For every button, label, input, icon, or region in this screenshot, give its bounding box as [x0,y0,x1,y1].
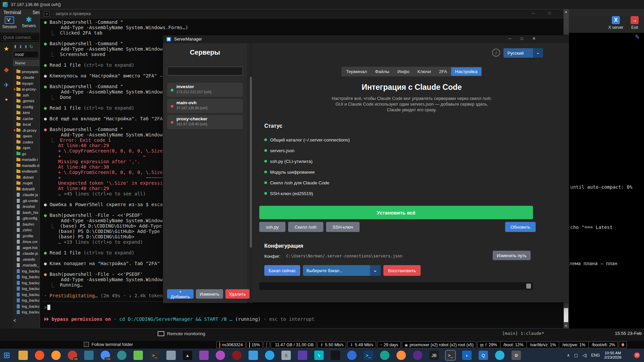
tab-Файлы[interactable]: Файлы [371,67,393,76]
sessions-tab-icon[interactable]: ★ [0,45,13,53]
tray-clock[interactable]: 10:55 AM 2/23/2026 [604,351,621,360]
scroll-down-icon[interactable]: ▼ [564,324,569,327]
log-scrollbar-thumb[interactable] [526,284,531,289]
terminal-maximize-icon[interactable]: □ [544,11,554,15]
file-tree-item[interactable]: .npm [13,145,39,151]
edit-server-button[interactable]: Изменить [196,289,223,299]
taskbar-icon-gear[interactable]: ⚙ [512,351,521,360]
scrollbar-thumb[interactable] [564,308,568,322]
file-tree-item[interactable]: .claude [13,75,39,81]
file-tree-item[interactable]: .claude.js [13,251,39,257]
sftp-tab-icon[interactable]: ✈ [0,81,13,89]
taskbar-icon-app-blue[interactable] [347,351,357,360]
file-tree-item[interactable]: .mariadb_ [13,262,39,268]
taskbar-icon-windows-terminal-active[interactable]: >_ [446,351,455,360]
file-tree-item[interactable]: mariadb-d [13,163,39,169]
file-tree-item[interactable]: myvpn [13,80,39,86]
path-input[interactable] [13,51,39,58]
name-column-header[interactable]: Name [13,60,39,66]
refresh-button[interactable]: Обновить [505,222,536,232]
taskbar-icon-app-steel[interactable] [84,351,94,360]
taskbar-icon-jetbrains[interactable]: JB [429,351,439,360]
file-tree-item[interactable]: .di-proxy [13,127,39,133]
tray-language[interactable]: ENG [591,353,600,358]
file-tree-item[interactable]: .bashrc [13,221,39,227]
install-ssh.py-button[interactable]: ssh.py [259,222,285,232]
notification-badge[interactable]: 32 [634,352,640,358]
upload-icon[interactable]: ⬆ [24,44,28,49]
tab-2FA[interactable]: 2FA [435,67,451,76]
tray-chevron-icon[interactable]: ∧ [567,353,570,358]
tab-Терминал[interactable]: Терминал [342,67,371,76]
taskbar-icon-browser-profile[interactable]: 26 [68,351,77,360]
file-tree-item[interactable]: .ssh [13,92,39,98]
taskbar-icon-up-arrow-app[interactable]: ▲ [183,351,192,360]
taskbar-icon-cloud-app[interactable] [249,351,258,360]
taskbar-icon-app-orange2[interactable] [396,351,406,360]
file-tree-item[interactable]: .dotnet [13,174,39,180]
file-tree-item[interactable]: .gemini [13,98,39,104]
file-tree-item[interactable]: log_backu [13,274,39,280]
tray-display-icon[interactable]: ▢ [574,353,578,358]
file-tree-item[interactable]: proxyapis [13,69,39,75]
backup-select[interactable]: Выберите бэкап... ⌄ [303,265,381,276]
taskbar-icon-lightning-app[interactable]: ϟ [314,351,324,360]
tab-Настройка[interactable]: Настройка [451,67,481,76]
file-tree-item[interactable]: .cache [13,116,39,122]
file-tree-item[interactable]: dotnet9 [13,186,39,192]
taskbar-icon-app-teal-circle[interactable] [117,351,126,360]
pencil-icon[interactable]: ✎ [635,34,640,41]
scroll-left-icon[interactable]: < [13,318,16,323]
file-tree-item[interactable]: log_backu [13,309,39,315]
taskbar-icon-app-purple[interactable] [199,351,209,360]
sm-maximize-icon[interactable]: □ [517,36,527,41]
file-tree-item[interactable]: .qwen [13,133,39,139]
taskbar-icon-app-black[interactable] [331,351,340,360]
backup-now-button[interactable]: Бэкап сейчас [264,265,300,276]
taskbar-icon-notepad[interactable] [133,351,143,360]
checkbox-icon[interactable] [84,342,89,347]
taskbar-icon-docker[interactable]: ◗ [462,351,472,360]
server-card-proxy-checker[interactable]: proxy-checker161.97.118.40 [ssh] [167,115,243,129]
macros-tab-icon[interactable]: ● [0,97,13,102]
terminal-minimize-icon[interactable]: ─ [528,11,538,15]
file-tree-item[interactable]: log_backu [13,292,39,298]
taskbar-icon-app-teal2[interactable] [380,351,389,360]
file-tree-item[interactable]: .profile [13,233,39,239]
remote-monitoring[interactable]: Remote monitoring [158,331,205,336]
taskbar-icon-firefox[interactable] [51,351,61,360]
delete-server-button[interactable]: Удалить [225,289,250,299]
restore-button[interactable]: Восстановить [383,265,421,276]
taskbar-icon-app-gray-s[interactable]: S [281,351,291,360]
taskbar-icon-terminal[interactable]: >_ [150,351,159,360]
servers-button[interactable]: ✱ Servers [20,16,38,28]
install-SSH-ключ-button[interactable]: SSH-ключ [326,222,360,232]
file-tree-item[interactable]: .codex [13,139,39,145]
exit-button[interactable]: → Exit [625,15,644,30]
x-server-button[interactable]: X X server [606,15,625,30]
taskbar-icon-file-explorer[interactable] [18,351,28,360]
server-card-investor[interactable]: investor173.212.212.157 [ssh] [167,83,243,97]
file-tree-item[interactable]: log_backu [13,280,39,286]
info-icon[interactable]: i [492,49,500,57]
install-Скилл /ssh-button[interactable]: Скилл /ssh [288,222,323,232]
session-button[interactable]: Session [1,16,18,29]
file-tree-item[interactable]: go [13,151,39,157]
taskbar-icon-app-violet[interactable] [216,351,225,360]
taskbar-icon-app-indigo[interactable] [298,351,307,360]
taskbar-icon-app-purple2[interactable] [413,351,422,360]
file-tree-item[interactable]: .tmux.cor [13,239,39,245]
download-icon[interactable]: ⬇ [19,44,22,49]
scroll-up-icon[interactable]: ▲ [564,10,569,13]
tab-Инфо[interactable]: Инфо [393,67,414,76]
sm-minimize-icon[interactable]: ─ [505,36,515,41]
file-tree-item[interactable]: .bash_his [13,209,39,216]
tray-volume-icon[interactable]: ◁) [582,353,587,358]
terminal-prompt[interactable]: > [44,305,50,310]
file-tree-item[interactable]: .viminfo [13,256,39,262]
file-tree-item[interactable]: ai-proxy- [13,86,39,93]
refresh-icon[interactable]: ↻ [30,44,33,49]
file-tree-item[interactable]: log_backu [13,286,39,292]
sm-close-icon[interactable]: ✕ [529,36,539,41]
file-tree-item[interactable]: log_backu [13,268,39,274]
